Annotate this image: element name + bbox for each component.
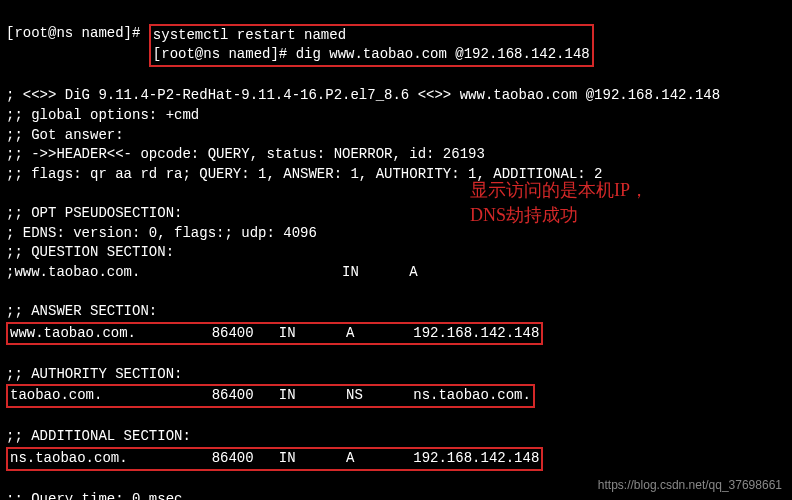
- opt-pseudosection-header: ;; OPT PSEUDOSECTION:: [6, 205, 182, 221]
- commands-highlight-box: systemctl restart named [root@ns named]#…: [149, 24, 594, 67]
- watermark: https://blog.csdn.net/qq_37698661: [598, 477, 782, 494]
- answer-row-highlight: www.taobao.com. 86400 IN A 192.168.142.1…: [6, 322, 543, 346]
- dig-got-answer: ;; Got answer:: [6, 127, 124, 143]
- authority-row: taobao.com. 86400 IN NS ns.taobao.com.: [10, 387, 531, 403]
- question-section-header: ;; QUESTION SECTION:: [6, 244, 174, 260]
- dig-global-options: ;; global options: +cmd: [6, 107, 199, 123]
- edns-line: ; EDNS: version: 0, flags:; udp: 4096: [6, 225, 317, 241]
- answer-row: www.taobao.com. 86400 IN A 192.168.142.1…: [10, 325, 539, 341]
- shell-prompt-1: [root@ns named]#: [6, 25, 149, 41]
- shell-prompt-2: [root@ns named]#: [153, 46, 296, 62]
- question-row: ;www.taobao.com. IN A: [6, 264, 418, 280]
- terminal-output: [root@ns named]# systemctl restart named…: [0, 0, 792, 500]
- command-restart[interactable]: systemctl restart named: [153, 27, 346, 43]
- authority-section-header: ;; AUTHORITY SECTION:: [6, 366, 182, 382]
- annotation-label: 显示访问的是本机IP， DNS劫持成功: [470, 178, 648, 228]
- annotation-line2: DNS劫持成功: [470, 203, 648, 228]
- command-dig[interactable]: dig www.taobao.com @192.168.142.148: [296, 46, 590, 62]
- answer-section-header: ;; ANSWER SECTION:: [6, 303, 157, 319]
- additional-row-highlight: ns.taobao.com. 86400 IN A 192.168.142.14…: [6, 447, 543, 471]
- query-time: ;; Query time: 0 msec: [6, 491, 182, 500]
- additional-section-header: ;; ADDITIONAL SECTION:: [6, 428, 191, 444]
- dig-header: ;; ->>HEADER<<- opcode: QUERY, status: N…: [6, 146, 485, 162]
- annotation-line1: 显示访问的是本机IP，: [470, 178, 648, 203]
- dig-banner: ; <<>> DiG 9.11.4-P2-RedHat-9.11.4-16.P2…: [6, 87, 720, 103]
- authority-row-highlight: taobao.com. 86400 IN NS ns.taobao.com.: [6, 384, 535, 408]
- additional-row: ns.taobao.com. 86400 IN A 192.168.142.14…: [10, 450, 539, 466]
